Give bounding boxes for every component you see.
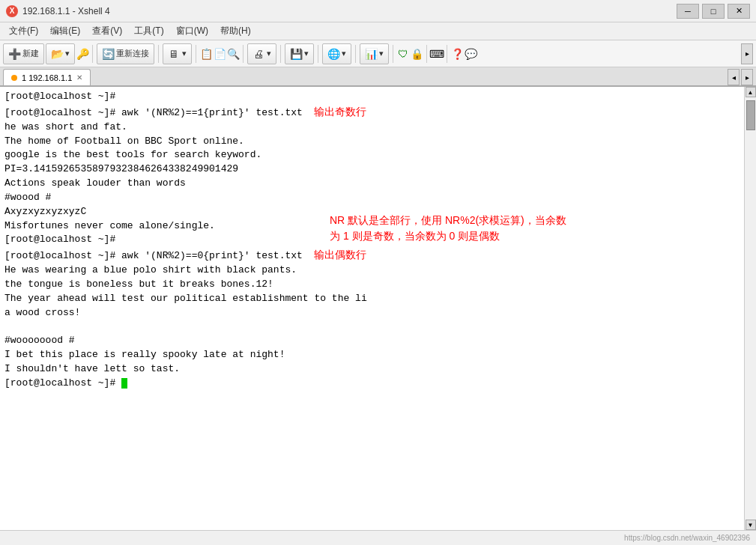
line-1: [root@localhost ~]# [4,90,740,104]
line-10: Misfortunes never come alone/single. [4,219,740,234]
transfer-arrow: ▾ [304,49,309,58]
line-7: Actions speak louder than words [4,177,740,191]
scrollbar[interactable]: ▲ ▼ [744,87,756,530]
menu-tools[interactable]: 工具(T) [128,23,169,39]
tab-bar: 1 192.168.1.1 ✕ ◂ ▸ [0,67,756,87]
tab-prev-button[interactable]: ◂ [728,69,740,85]
menu-window[interactable]: 窗口(W) [170,23,214,39]
sep6 [318,45,318,63]
print-arrow: ▾ [267,49,271,58]
menu-help[interactable]: 帮助(H) [214,23,257,39]
web-icon: 🌐 [327,48,339,60]
comment-odd: 输出奇数行 [314,106,366,118]
line-11: [root@localhost ~]# [4,233,740,247]
toolbar: ➕ 新建 📂 ▾ 🔑 🔄 重新连接 🖥 ▾ 📋 📄 🔍 🖨 ▾ 💾 ▾ 🌐 ▾ … [0,40,756,67]
chart-icon: 📊 [365,48,377,60]
terminal-tab[interactable]: 1 192.168.1.1 ✕ [3,69,91,85]
sep8 [393,45,393,63]
new-icon: ➕ [8,48,20,60]
line-13: He was wearing a blue polo shirt with bl… [4,264,740,278]
key-icon[interactable]: 🔑 [76,48,88,60]
status-url: https://blog.csdn.net/waxin_46902396 [624,534,750,542]
line-19: I bet this place is really spooky late a… [4,348,740,362]
folder-button[interactable]: 📂 ▾ [46,43,75,64]
monitor-icon: 🖥 [168,48,180,60]
sep9 [426,45,427,63]
new-label: 新建 [22,48,39,59]
find-icon[interactable]: 🔍 [227,48,239,60]
folder-arrow: ▾ [65,49,70,58]
web-arrow: ▾ [342,49,346,58]
menu-edit[interactable]: 编辑(E) [44,23,86,39]
scroll-down-button[interactable]: ▼ [746,520,756,530]
app-icon: X [6,5,18,17]
sep2 [158,45,159,63]
window-controls: ─ □ ✕ [677,4,750,19]
window-title: 192.168.1.1 - Xshell 4 [22,6,677,16]
new-button[interactable]: ➕ 新建 [3,43,44,64]
terminal-wrapper: [root@localhost ~]# [root@localhost ~]# … [0,87,756,530]
menu-view[interactable]: 查看(V) [86,23,128,39]
line-3: he was short and fat. [4,121,740,135]
toolbar-expand[interactable]: ▸ [741,43,753,64]
close-button[interactable]: ✕ [728,4,750,19]
sep5 [280,45,281,63]
scroll-thumb[interactable] [746,100,755,130]
terminal-cursor [121,378,127,389]
menu-file[interactable]: 文件(F) [3,23,44,39]
monitor-button[interactable]: 🖥 ▾ [163,43,192,64]
line-5: google is the best tools for search keyw… [4,148,740,162]
line-18: #woooooood # [4,334,740,348]
folder-icon: 📂 [51,48,63,60]
sep7 [355,45,356,63]
transfer-icon: 💾 [290,48,302,60]
scroll-up-button[interactable]: ▲ [746,87,756,97]
minimize-button[interactable]: ─ [677,4,699,19]
reconnect-button[interactable]: 🔄 重新连接 [97,43,154,64]
menu-bar: 文件(F) 编辑(E) 查看(V) 工具(T) 窗口(W) 帮助(H) [0,22,756,40]
line-9: AxyzxyzxyzxyzC [4,205,740,219]
line-16: a wood cross! [4,306,740,320]
tab-navigation: ◂ ▸ [728,69,753,85]
copy-icon[interactable]: 📋 [200,48,212,60]
keyboard-icon[interactable]: ⌨ [431,48,443,60]
line-8: #woood # [4,191,740,205]
line-4: The home of Football on BBC Sport online… [4,135,740,149]
monitor-arrow: ▾ [182,49,187,58]
maximize-button[interactable]: □ [702,4,725,19]
shield-icon[interactable]: 🛡 [397,48,409,60]
terminal[interactable]: [root@localhost ~]# [root@localhost ~]# … [0,87,744,530]
line-12: [root@localhost ~]# awk '(NR%2)==0{print… [4,247,740,264]
line-15: The year ahead will test our political e… [4,292,740,306]
comment-even: 输出偶数行 [314,249,366,261]
reconnect-icon: 🔄 [102,48,114,60]
sep4 [243,45,244,63]
print-icon: 🖨 [252,48,264,60]
line-21: [root@localhost ~]# [4,377,740,391]
chart-button[interactable]: 📊 ▾ [360,43,389,64]
reconnect-label: 重新连接 [116,48,149,59]
transfer-button[interactable]: 💾 ▾ [285,43,314,64]
line-14: the tongue is boneless but it breaks bon… [4,278,740,292]
line-6: PI=3.14159265358979323846264338249901429 [4,162,740,177]
paste-icon[interactable]: 📄 [214,48,226,60]
sep3 [196,45,196,63]
chart-arrow: ▾ [379,49,384,58]
line-20: I shouldn't have lett so tast. [4,362,740,377]
tab-next-button[interactable]: ▸ [741,69,753,85]
tab-close-button[interactable]: ✕ [76,73,82,82]
sep1 [92,45,93,63]
line-17 [4,320,740,335]
print-button[interactable]: 🖨 ▾ [247,43,276,64]
tab-status-dot [11,75,17,81]
help-icon[interactable]: ❓ [451,48,463,60]
sep10 [447,45,447,63]
status-bar: https://blog.csdn.net/waxin_46902396 [0,530,756,545]
title-bar: X 192.168.1.1 - Xshell 4 ─ □ ✕ [0,0,756,22]
chat-icon[interactable]: 💬 [465,48,477,60]
web-button[interactable]: 🌐 ▾ [322,43,351,64]
line-2: [root@localhost ~]# awk '(NR%2)==1{print… [4,104,740,121]
lock-icon[interactable]: 🔒 [411,48,423,60]
tab-label: 1 192.168.1.1 [22,73,72,82]
